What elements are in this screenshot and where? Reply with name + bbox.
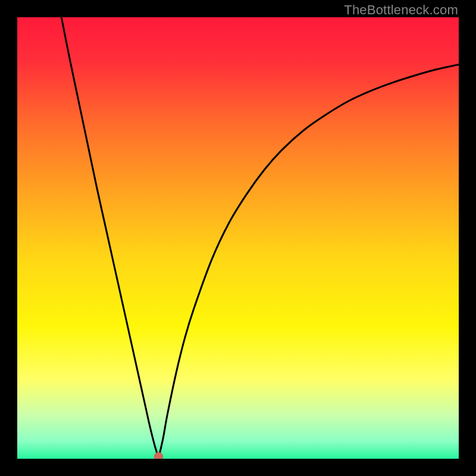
optimum-marker xyxy=(154,452,162,459)
chart-frame: TheBottleneck.com xyxy=(0,0,476,476)
watermark-text: TheBottleneck.com xyxy=(344,2,458,18)
bottleneck-chart xyxy=(17,17,459,459)
